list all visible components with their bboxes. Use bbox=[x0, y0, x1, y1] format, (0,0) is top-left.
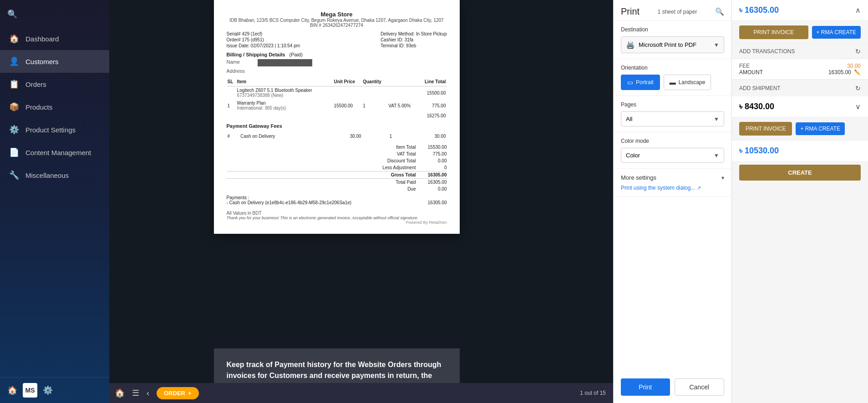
edit-icon[interactable]: ✏️ bbox=[854, 69, 861, 76]
pages-label: Pages bbox=[621, 101, 724, 108]
more-settings-row[interactable]: More settings ▾ bbox=[621, 174, 724, 181]
plus-icon: + bbox=[188, 390, 192, 397]
sidebar-item-products[interactable]: 📦 Products bbox=[0, 96, 109, 118]
print-dialog-panel: Print 1 sheet of paper 🔍 Destination 🖨️ … bbox=[613, 0, 731, 403]
page-info: 1 out of 15 bbox=[580, 390, 606, 396]
color-mode-label: Color mode bbox=[621, 138, 724, 144]
color-mode-select[interactable]: Color ▼ bbox=[621, 148, 724, 163]
order-amount-1: ৳ 16305.00 bbox=[739, 5, 779, 15]
products-icon: 📦 bbox=[9, 102, 19, 112]
invoice-header: Mega Store IDB Bhaban, 123/5 BCS Compute… bbox=[227, 11, 447, 28]
amount-label: AMOUNT bbox=[739, 69, 763, 76]
home-footer-icon[interactable]: 🏠 bbox=[7, 385, 17, 395]
pages-chevron-icon: ▼ bbox=[714, 116, 719, 122]
col-line-total: Line Total bbox=[418, 77, 447, 86]
billing-name-row: Name bbox=[227, 59, 447, 66]
content-icon: 📄 bbox=[9, 147, 19, 157]
sidebar-nav: 🏠 Dashboard 👤 Customers 📋 Orders 📦 Produ… bbox=[0, 24, 109, 377]
add-shipment-button[interactable]: ADD SHIPMENT bbox=[739, 85, 781, 91]
invoice-footer: All Values in BDT Thank you for your bus… bbox=[227, 211, 447, 225]
print-button[interactable]: Print bbox=[621, 378, 670, 396]
invoice-meta-left: Serial# 429 (1ecf) Order# 175 (d951) Iss… bbox=[227, 31, 300, 48]
store-name: Mega Store bbox=[227, 11, 447, 18]
orientation-label: Orientation bbox=[621, 65, 724, 71]
menu-icon[interactable]: ☰ bbox=[132, 388, 139, 398]
table-row: 16275.00 bbox=[227, 112, 447, 120]
bottom-bar: 🏠 ☰ ‹ ORDER + 1 out of 15 bbox=[109, 383, 613, 403]
sidebar-item-content-management[interactable]: 📄 Content Management bbox=[0, 141, 109, 164]
sidebar-item-miscellaneous[interactable]: 🔧 Miscellaneous bbox=[0, 164, 109, 186]
search-print-icon[interactable]: 🔍 bbox=[715, 7, 724, 16]
sidebar-item-label: Orders bbox=[25, 81, 46, 88]
less-adjustment-row: Less Adjustment 0 bbox=[227, 164, 447, 171]
back-icon[interactable]: ‹ bbox=[147, 388, 149, 398]
fee-value: 30.00 bbox=[847, 63, 861, 69]
portrait-label: Portrait bbox=[636, 79, 654, 86]
home-bottom-icon[interactable]: 🏠 bbox=[115, 388, 125, 398]
print-invoice-button-2[interactable]: PRINT INVOICE bbox=[739, 122, 792, 136]
item-line-total: 15500.00 bbox=[418, 86, 447, 100]
refresh-icon-1[interactable]: ↻ bbox=[855, 48, 861, 55]
sidebar-item-orders[interactable]: 📋 Orders bbox=[0, 73, 109, 96]
name-label: Name bbox=[227, 59, 254, 66]
order-label: ORDER bbox=[164, 390, 185, 397]
order-amount-row-1: ৳ 16305.00 ∧ bbox=[732, 0, 868, 21]
product-settings-icon: ⚙️ bbox=[9, 125, 19, 135]
print-invoice-button-1[interactable]: PRINT INVOICE bbox=[739, 25, 808, 39]
collapse-icon-1[interactable]: ∧ bbox=[855, 6, 861, 15]
order-actions-2: PRINT INVOICE + RMA CREATE bbox=[732, 117, 868, 140]
cancel-button[interactable]: Cancel bbox=[675, 378, 725, 396]
sidebar-item-label: Dashboard bbox=[25, 35, 59, 43]
gross-total-row: Gross Total 16305.00 bbox=[227, 171, 447, 179]
cashier-id: Cashier ID: 31fa bbox=[381, 37, 447, 42]
color-chevron-icon: ▼ bbox=[714, 152, 719, 159]
action-row-1: PRINT INVOICE + RMA CREATE bbox=[739, 25, 861, 39]
item-sku: 6737349738388 (New) bbox=[237, 93, 332, 98]
order-amount-row-2: ৳ 8430.00 ∨ bbox=[732, 96, 868, 117]
refresh-icon-2[interactable]: ↻ bbox=[855, 85, 861, 92]
sidebar-footer: 🏠 MS ⚙️ bbox=[0, 377, 109, 403]
col-unit-price: Unit Price bbox=[333, 77, 362, 86]
add-transactions-button[interactable]: ADD TRANSACTIONS bbox=[739, 48, 795, 55]
landscape-button[interactable]: ▬ Landscape bbox=[664, 75, 711, 90]
ms-logo: MS bbox=[23, 383, 37, 398]
order-amount-3: ৳ 10530.00 bbox=[739, 146, 779, 156]
destination-select[interactable]: 🖨️ Microsoft Print to PDF ▼ bbox=[621, 36, 724, 53]
add-shipment-row: ADD SHIPMENT ↻ bbox=[732, 80, 868, 96]
destination-section: Destination 🖨️ Microsoft Print to PDF ▼ bbox=[614, 21, 731, 59]
action-row-2: PRINT INVOICE + RMA CREATE bbox=[739, 122, 861, 136]
sidebar-item-customers[interactable]: 👤 Customers bbox=[0, 50, 109, 73]
sidebar-search-area[interactable]: 🔍 bbox=[0, 0, 109, 24]
search-icon[interactable]: 🔍 bbox=[7, 9, 17, 19]
portrait-button[interactable]: ▭ Portrait bbox=[621, 75, 660, 90]
col-vat bbox=[387, 77, 418, 86]
sidebar-item-product-settings[interactable]: ⚙️ Product Settings bbox=[0, 118, 109, 141]
rma-create-button-2[interactable]: + RMA CREATE bbox=[796, 122, 844, 135]
pages-select[interactable]: All ▼ bbox=[621, 111, 724, 126]
col-sl: SL bbox=[227, 77, 236, 86]
order-actions-1: PRINT INVOICE + RMA CREATE bbox=[732, 21, 868, 44]
fee-label: FEE bbox=[739, 63, 750, 69]
orientation-section: Orientation ▭ Portrait ▬ Landscape bbox=[614, 59, 731, 96]
create-button[interactable]: CREATE bbox=[739, 165, 861, 181]
order-button[interactable]: ORDER + bbox=[157, 387, 199, 399]
rma-create-button-1[interactable]: + RMA CREATE bbox=[812, 26, 861, 39]
expand-icon-2[interactable]: ∨ bbox=[855, 102, 861, 111]
name-value-block bbox=[258, 59, 312, 66]
system-dialog-link[interactable]: Print using the system dialog... ↗ bbox=[621, 185, 724, 191]
color-mode-value: Color bbox=[626, 152, 640, 159]
amount-detail-row: AMOUNT 16305.00 ✏️ bbox=[739, 69, 861, 76]
table-row: Logitech Z607 5.1 Bluetooth Speaker 6737… bbox=[227, 86, 447, 100]
billing-title: Billing / Shipping Details (Paid) bbox=[227, 52, 447, 57]
sidebar-item-dashboard[interactable]: 🏠 Dashboard bbox=[0, 27, 109, 50]
color-mode-section: Color mode Color ▼ bbox=[614, 132, 731, 169]
billing-address-row: Address bbox=[227, 68, 447, 74]
more-settings-section: More settings ▾ Print using the system d… bbox=[614, 169, 731, 197]
col-item: Item bbox=[236, 77, 333, 86]
settings-footer-icon[interactable]: ⚙️ bbox=[43, 385, 53, 395]
store-address: IDB Bhaban, 123/5 BCS Computer City, Beg… bbox=[227, 18, 447, 23]
invoice-table: SL Item Unit Price Quantity Line Total L… bbox=[227, 77, 447, 120]
item-total-row: Item Total 15530.00 bbox=[227, 144, 447, 151]
landscape-label: Landscape bbox=[679, 79, 706, 86]
table-row: 1 Warranty Plan International: 365 day(s… bbox=[227, 99, 447, 112]
